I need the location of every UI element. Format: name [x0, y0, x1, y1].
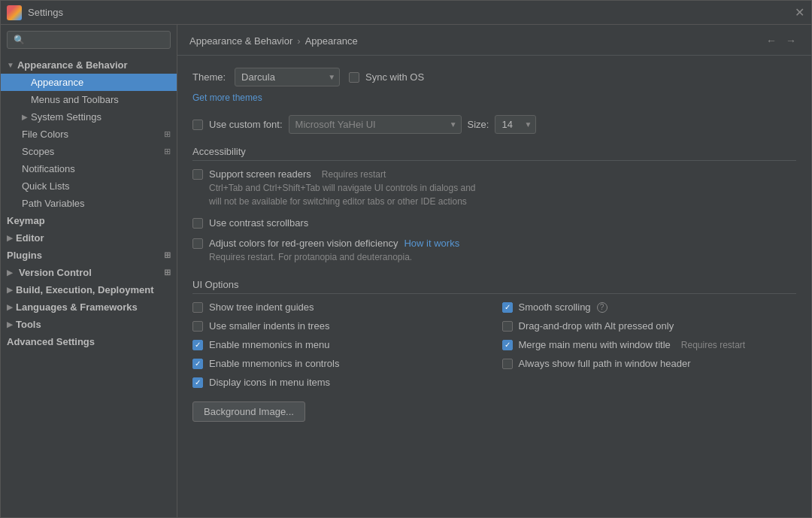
sidebar-item-editor[interactable]: ▶ Editor	[1, 229, 177, 247]
full-path-item: Always show full path in window header	[502, 358, 797, 369]
screen-readers-requires-restart: Requires restart	[322, 169, 386, 180]
breadcrumb-parent: Appearance & Behavior	[189, 35, 292, 47]
sidebar-item-scopes[interactable]: Scopes ⊞	[1, 143, 177, 160]
theme-label: Theme:	[192, 71, 226, 83]
drag-drop-item: Drag-and-drop with Alt pressed only	[502, 320, 797, 332]
display-icons-label: Display icons in menu items	[209, 377, 330, 388]
sidebar-item-path-variables[interactable]: Path Variables	[1, 195, 177, 212]
mnemonics-menu-label: Enable mnemonics in menu	[209, 339, 329, 350]
chevron-right-icon-vc: ▶	[7, 268, 13, 277]
mnemonics-menu-checkbox[interactable]	[192, 340, 203, 350]
mnemonics-controls-checkbox[interactable]	[192, 359, 203, 369]
chevron-right-icon: ▶	[22, 113, 28, 121]
search-input[interactable]	[28, 35, 164, 45]
chevron-right-icon-lang: ▶	[7, 303, 13, 311]
merge-menu-label: Merge main menu with window title	[519, 339, 671, 350]
get-more-themes-link[interactable]: Get more themes	[192, 92, 796, 103]
sync-with-os-label: Sync with OS	[365, 71, 424, 83]
theme-select-wrapper: Darcula IntelliJ Light High contrast mac…	[235, 68, 340, 86]
plugins-icon: ⊞	[164, 250, 171, 260]
sidebar-item-notifications[interactable]: Notifications	[1, 160, 177, 177]
merge-menu-item: Merge main menu with window title Requir…	[502, 339, 797, 350]
sidebar-item-version-control[interactable]: ▶ Version Control ⊞	[1, 264, 177, 281]
screen-readers-row: Support screen readers Requires restart	[192, 168, 796, 180]
contrast-scrollbars-label: Use contrast scrollbars	[209, 217, 308, 229]
theme-row: Theme: Darcula IntelliJ Light High contr…	[192, 68, 796, 86]
close-button[interactable]: ✕	[793, 7, 805, 19]
theme-select[interactable]: Darcula IntelliJ Light High contrast mac…	[235, 68, 340, 86]
font-row: Use custom font: Microsoft YaHei UI ▼ Si…	[192, 115, 796, 134]
sync-with-os-row: Sync with OS	[349, 71, 424, 83]
mnemonics-menu-item: Enable mnemonics in menu	[192, 339, 487, 350]
full-path-checkbox[interactable]	[502, 359, 513, 369]
contrast-scrollbars-checkbox[interactable]	[192, 218, 203, 229]
smaller-indents-checkbox[interactable]	[192, 321, 203, 332]
sidebar-item-file-colors[interactable]: File Colors ⊞	[1, 126, 177, 143]
breadcrumb: Appearance & Behavior › Appearance	[189, 35, 358, 47]
ui-options-grid: Show tree indent guides Smooth scrolling…	[192, 301, 796, 388]
sidebar-item-languages-frameworks[interactable]: ▶ Languages & Frameworks	[1, 298, 177, 316]
use-custom-font-label: Use custom font:	[209, 119, 283, 130]
sidebar-item-appearance[interactable]: Appearance	[1, 74, 177, 91]
display-icons-checkbox[interactable]	[192, 377, 203, 388]
tree-indent-item: Show tree indent guides	[192, 301, 487, 313]
full-path-label: Always show full path in window header	[519, 358, 691, 369]
sidebar-item-menus-toolbars[interactable]: Menus and Toolbars	[1, 91, 177, 108]
nav-section: ▼ Appearance & Behavior Appearance Menus…	[1, 55, 177, 352]
smooth-scrolling-item: Smooth scrolling ?	[502, 301, 797, 313]
drag-drop-label: Drag-and-drop with Alt pressed only	[519, 320, 674, 332]
accessibility-header: Accessibility	[192, 146, 796, 161]
merge-menu-checkbox[interactable]	[502, 340, 513, 350]
sidebar-item-advanced-settings[interactable]: Advanced Settings	[1, 333, 177, 350]
search-box[interactable]: 🔍	[7, 31, 171, 49]
screen-readers-label: Support screen readers	[209, 168, 311, 180]
app-icon	[7, 5, 22, 20]
font-select-wrapper: Microsoft YaHei UI ▼	[289, 115, 462, 134]
sidebar: 🔍 ▼ Appearance & Behavior Appearance Men…	[1, 25, 177, 517]
smooth-scrolling-label: Smooth scrolling	[519, 301, 591, 313]
accessibility-section: Accessibility Support screen readers Req…	[192, 146, 796, 264]
size-label: Size:	[468, 119, 489, 130]
sidebar-item-appearance-behavior[interactable]: ▼ Appearance & Behavior	[1, 56, 177, 74]
tree-indent-checkbox[interactable]	[192, 302, 203, 313]
tree-indent-label: Show tree indent guides	[209, 301, 314, 313]
content-body: Theme: Darcula IntelliJ Light High contr…	[177, 56, 811, 517]
drag-drop-checkbox[interactable]	[502, 321, 513, 332]
nav-arrows: ← →	[763, 32, 799, 49]
main-content: 🔍 ▼ Appearance & Behavior Appearance Men…	[1, 25, 811, 517]
red-green-checkbox[interactable]	[192, 238, 203, 249]
sidebar-item-quick-lists[interactable]: Quick Lists	[1, 177, 177, 195]
smooth-scrolling-help-icon[interactable]: ?	[597, 302, 607, 313]
how-it-works-link[interactable]: How it works	[404, 238, 459, 249]
sidebar-item-tools[interactable]: ▶ Tools	[1, 316, 177, 333]
red-green-label: Adjust colors for red-green vision defic…	[209, 238, 398, 249]
sidebar-item-build-execution[interactable]: ▶ Build, Execution, Deployment	[1, 281, 177, 298]
forward-button[interactable]: →	[783, 32, 799, 49]
sidebar-item-plugins[interactable]: Plugins ⊞	[1, 247, 177, 264]
sidebar-item-system-settings[interactable]: ▶ System Settings	[1, 108, 177, 126]
ui-options-section: UI Options Show tree indent guides Smoot…	[192, 279, 796, 422]
scopes-icon: ⊞	[164, 147, 171, 156]
ui-options-empty-cell	[502, 377, 797, 388]
breadcrumb-separator: ›	[297, 35, 300, 47]
background-image-button[interactable]: Background Image...	[192, 401, 305, 422]
merge-menu-requires-restart: Requires restart	[681, 340, 745, 350]
screen-readers-checkbox[interactable]	[192, 169, 203, 180]
red-green-note: Requires restart. For protanopia and deu…	[192, 250, 796, 264]
mnemonics-controls-label: Enable mnemonics in controls	[209, 358, 339, 369]
back-button[interactable]: ←	[763, 32, 780, 49]
smaller-indents-item: Use smaller indents in trees	[192, 320, 487, 332]
screen-readers-note: Ctrl+Tab and Ctrl+Shift+Tab will navigat…	[192, 181, 796, 208]
contrast-scrollbars-item: Use contrast scrollbars	[192, 217, 796, 229]
size-select[interactable]: 14 12 13 16 18	[495, 115, 536, 134]
size-select-wrapper: 14 12 13 16 18 ▼	[495, 115, 536, 134]
smooth-scrolling-checkbox[interactable]	[502, 302, 513, 313]
ui-options-header: UI Options	[192, 279, 796, 294]
use-custom-font-checkbox[interactable]	[192, 120, 203, 130]
red-green-item: Adjust colors for red-green vision defic…	[192, 238, 796, 264]
font-select[interactable]: Microsoft YaHei UI	[289, 115, 462, 134]
mnemonics-controls-item: Enable mnemonics in controls	[192, 358, 487, 369]
sidebar-item-keymap[interactable]: Keymap	[1, 212, 177, 229]
sync-with-os-checkbox[interactable]	[349, 72, 359, 83]
content-panel: Appearance & Behavior › Appearance ← → T…	[177, 25, 811, 517]
